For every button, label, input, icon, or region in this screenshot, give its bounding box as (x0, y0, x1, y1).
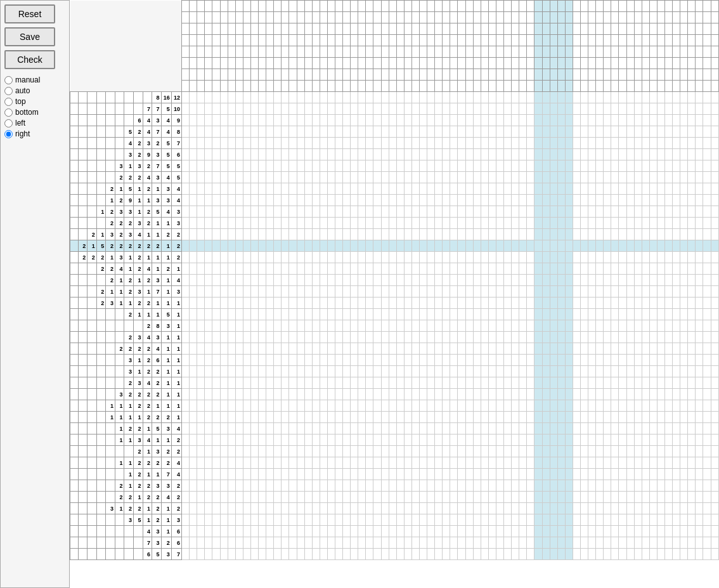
grid-cell[interactable] (373, 480, 381, 492)
grid-cell[interactable] (335, 172, 342, 183)
grid-cell[interactable] (420, 377, 427, 389)
grid-cell[interactable] (351, 309, 358, 320)
grid-cell[interactable] (519, 263, 527, 275)
grid-cell[interactable] (465, 412, 473, 423)
grid-cell[interactable] (688, 434, 696, 446)
grid-cell[interactable] (266, 343, 274, 355)
grid-cell[interactable] (481, 297, 488, 309)
grid-cell[interactable] (527, 355, 534, 366)
grid-cell[interactable] (573, 366, 580, 377)
grid-cell[interactable] (527, 412, 534, 423)
grid-cell[interactable] (619, 263, 626, 275)
grid-cell[interactable] (443, 503, 450, 514)
grid-cell[interactable] (604, 126, 611, 138)
grid-cell[interactable] (312, 537, 320, 549)
grid-cell[interactable] (688, 389, 696, 400)
grid-cell[interactable] (673, 126, 680, 138)
grid-cell[interactable] (235, 160, 243, 172)
grid-cell[interactable] (696, 332, 703, 343)
grid-cell[interactable] (458, 469, 465, 480)
grid-cell[interactable] (450, 92, 458, 103)
grid-cell[interactable] (473, 286, 481, 297)
grid-cell[interactable] (519, 206, 527, 218)
grid-cell[interactable] (396, 138, 404, 149)
grid-cell[interactable] (259, 92, 266, 103)
grid-cell[interactable] (619, 377, 626, 389)
grid-cell[interactable] (688, 343, 696, 355)
grid-cell[interactable] (550, 492, 557, 503)
grid-cell[interactable] (550, 229, 557, 240)
grid-cell[interactable] (642, 377, 649, 389)
grid-cell[interactable] (604, 412, 611, 423)
grid-cell[interactable] (274, 366, 282, 377)
grid-cell[interactable] (588, 206, 596, 218)
grid-cell[interactable] (404, 240, 411, 252)
grid-cell[interactable] (496, 320, 503, 332)
grid-cell[interactable] (427, 160, 435, 172)
grid-cell[interactable] (596, 149, 604, 160)
grid-cell[interactable] (534, 138, 542, 149)
grid-cell[interactable] (220, 149, 228, 160)
grid-cell[interactable] (626, 138, 634, 149)
grid-cell[interactable] (488, 366, 496, 377)
grid-cell[interactable] (550, 549, 557, 560)
grid-cell[interactable] (289, 297, 297, 309)
grid-cell[interactable] (473, 492, 481, 503)
grid-cell[interactable] (182, 252, 190, 263)
grid-cell[interactable] (235, 549, 243, 560)
grid-cell[interactable] (611, 160, 619, 172)
grid-cell[interactable] (488, 457, 496, 469)
grid-cell[interactable] (688, 526, 696, 537)
grid-cell[interactable] (220, 138, 228, 149)
grid-cell[interactable] (527, 126, 534, 138)
grid-cell[interactable] (212, 434, 220, 446)
grid-cell[interactable] (458, 195, 465, 206)
grid-cell[interactable] (190, 172, 197, 183)
grid-cell[interactable] (190, 514, 197, 526)
grid-cell[interactable] (473, 275, 481, 286)
grid-cell[interactable] (212, 126, 220, 138)
grid-cell[interactable] (649, 172, 657, 183)
grid-cell[interactable] (465, 115, 473, 126)
grid-cell[interactable] (228, 366, 235, 377)
grid-cell[interactable] (327, 320, 335, 332)
grid-cell[interactable] (534, 469, 542, 480)
grid-cell[interactable] (420, 160, 427, 172)
grid-cell[interactable] (642, 412, 649, 423)
grid-cell[interactable] (312, 92, 320, 103)
grid-cell[interactable] (289, 412, 297, 423)
grid-cell[interactable] (657, 275, 664, 286)
grid-cell[interactable] (465, 126, 473, 138)
grid-cell[interactable] (504, 240, 512, 252)
grid-cell[interactable] (680, 412, 688, 423)
grid-cell[interactable] (235, 457, 243, 469)
grid-cell[interactable] (235, 206, 243, 218)
grid-cell[interactable] (396, 400, 404, 412)
grid-cell[interactable] (550, 240, 557, 252)
grid-cell[interactable] (657, 218, 664, 229)
grid-cell[interactable] (542, 115, 550, 126)
grid-cell[interactable] (458, 138, 465, 149)
grid-cell[interactable] (420, 423, 427, 434)
grid-cell[interactable] (688, 549, 696, 560)
grid-cell[interactable] (573, 297, 580, 309)
grid-cell[interactable] (481, 492, 488, 503)
grid-cell[interactable] (282, 115, 289, 126)
grid-cell[interactable] (626, 446, 634, 457)
grid-cell[interactable] (427, 332, 435, 343)
grid-cell[interactable] (673, 355, 680, 366)
grid-cell[interactable] (235, 240, 243, 252)
grid-cell[interactable] (197, 263, 205, 275)
grid-cell[interactable] (404, 537, 411, 549)
grid-cell[interactable] (642, 469, 649, 480)
grid-cell[interactable] (488, 229, 496, 240)
grid-cell[interactable] (190, 389, 197, 400)
grid-cell[interactable] (266, 377, 274, 389)
grid-cell[interactable] (396, 252, 404, 263)
grid-cell[interactable] (519, 526, 527, 537)
grid-cell[interactable] (427, 195, 435, 206)
grid-cell[interactable] (711, 400, 718, 412)
grid-cell[interactable] (542, 252, 550, 263)
grid-cell[interactable] (190, 263, 197, 275)
grid-cell[interactable] (259, 526, 266, 537)
